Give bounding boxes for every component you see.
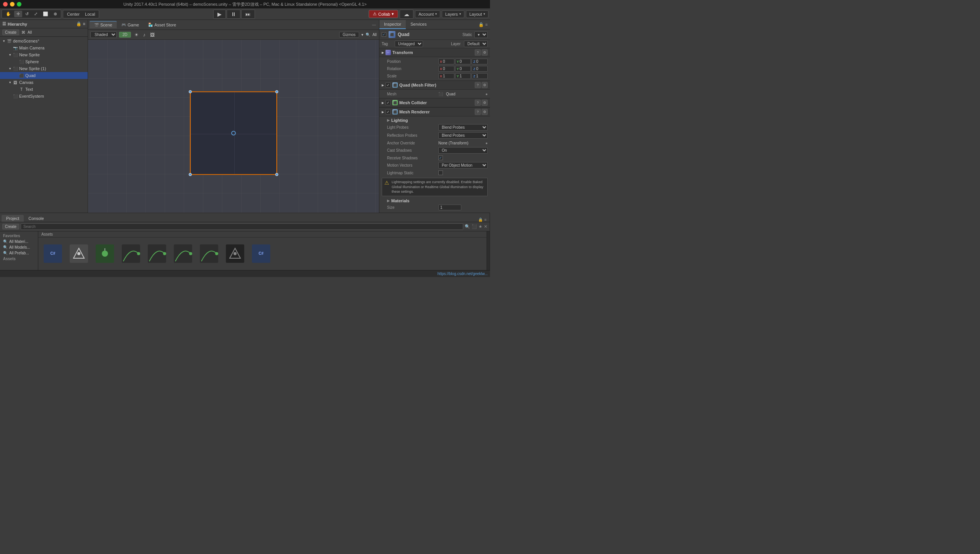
star-icon[interactable]: ★ bbox=[479, 224, 482, 229]
mesh-collider-info-btn[interactable]: ? bbox=[475, 100, 481, 106]
sidebar-all-prefabs[interactable]: 🔍 All Prefab... bbox=[0, 250, 38, 256]
scene-tab[interactable]: 🎬 Scene bbox=[90, 21, 117, 28]
mesh-renderer-component-header[interactable]: ▶ ✓ ⬛ Mesh Renderer ? ⚙ bbox=[379, 107, 490, 116]
hierarchy-item-text[interactable]: T Text bbox=[0, 86, 88, 93]
project-panel-lock[interactable]: 🔒 bbox=[478, 218, 483, 222]
rotation-x[interactable]: X 0 bbox=[438, 66, 454, 72]
hierarchy-item-eventsystem[interactable]: ⬛ EventSystem bbox=[0, 93, 88, 100]
asset-item-curve2[interactable] bbox=[145, 244, 168, 264]
transform-component-header[interactable]: ▶ ↔ Transform ? ⚙ bbox=[379, 48, 490, 57]
project-tab[interactable]: Project bbox=[2, 215, 24, 222]
inspector-menu-icon[interactable]: ≡ bbox=[485, 22, 488, 27]
local-button[interactable]: Local bbox=[83, 11, 97, 17]
size-input[interactable] bbox=[438, 205, 461, 210]
scale-y[interactable]: Y 1 bbox=[455, 73, 471, 79]
asset-item-script2[interactable] bbox=[93, 244, 116, 264]
asset-item-curve1[interactable] bbox=[119, 244, 142, 264]
quad-handle-tr[interactable] bbox=[275, 90, 278, 93]
console-tab[interactable]: Console bbox=[24, 215, 48, 222]
mesh-renderer-toggle[interactable]: ✓ bbox=[385, 109, 391, 115]
position-x[interactable]: X 0 bbox=[438, 59, 454, 64]
transform-info-btn[interactable]: ? bbox=[475, 49, 481, 56]
reflection-probes-select[interactable]: Blend Probes bbox=[438, 132, 488, 139]
minimize-button[interactable] bbox=[10, 2, 15, 7]
pause-button[interactable]: ⏸ bbox=[227, 10, 240, 19]
hierarchy-item-demoscenes[interactable]: ▾ 🎬 demoScenes° bbox=[0, 38, 88, 44]
hierarchy-item-canvas[interactable]: ▾ 🖼 Canvas bbox=[0, 79, 88, 86]
layers-button[interactable]: Layers ▾ bbox=[442, 10, 464, 18]
scene-minimize-icon[interactable]: — bbox=[371, 23, 377, 27]
filter-icon[interactable]: ⬛ bbox=[472, 224, 477, 229]
mesh-collider-settings-btn[interactable]: ⚙ bbox=[482, 100, 488, 106]
step-button[interactable]: ⏭ bbox=[241, 10, 255, 19]
lighting-button[interactable]: ☀ bbox=[133, 32, 140, 38]
effects-button[interactable]: 🖼 bbox=[149, 32, 156, 38]
project-search-input[interactable] bbox=[21, 223, 463, 230]
hierarchy-item-quad[interactable]: ⬛ Quad bbox=[0, 72, 88, 79]
quad-center-handle[interactable] bbox=[231, 131, 236, 135]
scale-tool-button[interactable]: ⤢ bbox=[32, 11, 40, 17]
asset-item-curve4[interactable] bbox=[198, 244, 220, 264]
2d-mode-button[interactable]: 2D bbox=[119, 32, 131, 38]
project-panel-menu[interactable]: ≡ bbox=[484, 218, 487, 222]
account-button[interactable]: Account ▾ bbox=[415, 10, 440, 18]
static-dropdown[interactable]: ▾ bbox=[474, 31, 488, 38]
quad-handle-tl[interactable] bbox=[189, 90, 192, 93]
layer-select[interactable]: Default bbox=[464, 41, 488, 47]
asset-store-tab[interactable]: 🏪 Asset Store bbox=[144, 21, 181, 28]
status-url[interactable]: https://blog.csdn.net/geeklw... bbox=[438, 272, 488, 276]
collab-button[interactable]: ⚠ Collab ▾ bbox=[369, 10, 398, 18]
inspector-tab[interactable]: Inspector bbox=[379, 20, 406, 29]
layout-button[interactable]: Layout ▾ bbox=[466, 10, 488, 18]
materials-subsection[interactable]: ▶ Materials bbox=[379, 198, 490, 204]
asset-item-curve3[interactable] bbox=[172, 244, 194, 264]
scene-quad[interactable] bbox=[190, 91, 277, 175]
hierarchy-create-button[interactable]: Create bbox=[2, 30, 19, 35]
project-create-button[interactable]: Create bbox=[2, 224, 19, 229]
light-probes-select[interactable]: Blend Probes bbox=[438, 124, 488, 131]
mesh-filter-toggle[interactable]: ✓ bbox=[385, 82, 391, 88]
maximize-button[interactable] bbox=[17, 2, 21, 7]
hierarchy-item-maincamera[interactable]: 📷 Main Camera bbox=[0, 44, 88, 51]
rotation-y[interactable]: Y 0 bbox=[455, 66, 471, 72]
quad-handle-bl[interactable] bbox=[189, 173, 192, 176]
transform-tool-button[interactable]: ⊕ bbox=[51, 11, 59, 17]
services-tab[interactable]: Services bbox=[406, 20, 431, 29]
rotation-z[interactable]: Z 0 bbox=[472, 66, 488, 72]
asset-item-unity1[interactable] bbox=[67, 244, 90, 264]
audio-button[interactable]: ♪ bbox=[142, 32, 147, 38]
hierarchy-item-newsprite1[interactable]: ▾ ⬛ New Sprite (1) bbox=[0, 65, 88, 72]
cloud-button[interactable]: ☁ bbox=[400, 10, 413, 19]
scale-z[interactable]: Z 1 bbox=[472, 73, 488, 79]
object-enabled-checkbox[interactable] bbox=[382, 32, 386, 37]
mesh-renderer-settings-btn[interactable]: ⚙ bbox=[482, 109, 488, 115]
mesh-collider-component-header[interactable]: ▶ ✓ ⬛ Mesh Collider ? ⚙ bbox=[379, 98, 490, 107]
mesh-filter-info-btn[interactable]: ? bbox=[475, 82, 481, 88]
lighting-subsection[interactable]: ▶ Lighting bbox=[379, 117, 490, 123]
mesh-collider-toggle[interactable]: ✓ bbox=[385, 100, 391, 105]
cast-shadows-select[interactable]: On bbox=[438, 147, 488, 154]
rotate-tool-button[interactable]: ↺ bbox=[23, 11, 31, 17]
rect-tool-button[interactable]: ⬜ bbox=[41, 11, 51, 17]
quad-handle-br[interactable] bbox=[275, 173, 278, 176]
motion-vectors-select[interactable]: Per Object Motion bbox=[438, 162, 488, 169]
hierarchy-item-newsprite[interactable]: ▾ ⬛ New Sprite bbox=[0, 51, 88, 58]
hand-tool-button[interactable]: ✋ bbox=[3, 11, 13, 17]
asset-item-unity2[interactable] bbox=[224, 244, 247, 264]
transform-settings-btn[interactable]: ⚙ bbox=[482, 49, 488, 56]
lock-icon[interactable]: 🔒 bbox=[76, 21, 82, 26]
close-button[interactable] bbox=[3, 2, 8, 7]
assets-scrollbar[interactable] bbox=[487, 231, 490, 270]
gizmos-button[interactable]: Gizmos bbox=[339, 32, 359, 38]
hierarchy-item-sphere[interactable]: ⬛ Sphere bbox=[0, 58, 88, 65]
asset-item-cs1[interactable]: C# bbox=[41, 244, 64, 264]
scale-x[interactable]: X 1 bbox=[438, 73, 454, 79]
position-y[interactable]: Y 0 bbox=[455, 59, 471, 64]
asset-item-cs2[interactable]: C# bbox=[250, 244, 273, 264]
mesh-renderer-info-btn[interactable]: ? bbox=[475, 109, 481, 115]
receive-shadows-checkbox[interactable] bbox=[438, 156, 443, 160]
lightmap-static-checkbox[interactable] bbox=[438, 170, 443, 175]
mesh-filter-settings-btn[interactable]: ⚙ bbox=[482, 82, 488, 88]
shading-mode-select[interactable]: Shaded bbox=[90, 31, 117, 38]
scene-viewport[interactable] bbox=[88, 40, 379, 213]
